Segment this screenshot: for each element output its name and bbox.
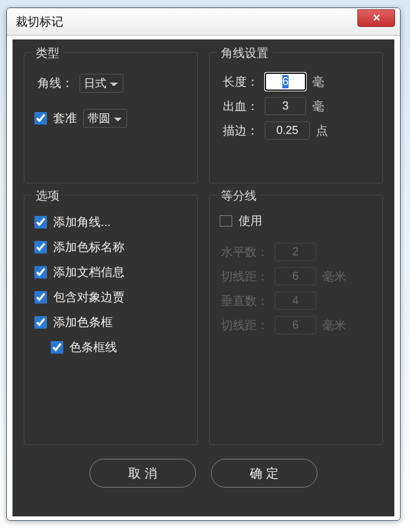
tangent2-unit: 毫米 bbox=[322, 317, 346, 334]
use-division-checkbox[interactable] bbox=[220, 215, 232, 227]
length-label: 长度： bbox=[220, 74, 259, 90]
register-checkbox[interactable] bbox=[34, 112, 47, 125]
opt-add-swatch-label: 添加色标名称 bbox=[53, 239, 125, 255]
tangent2-input bbox=[275, 316, 316, 334]
corner-style-select[interactable]: 日式 bbox=[79, 74, 123, 93]
corner-settings-title: 角线设置 bbox=[217, 45, 272, 61]
opt-colorbar-line-label: 色条框线 bbox=[69, 339, 117, 356]
vcount-label: 垂直数： bbox=[220, 293, 269, 309]
opt-add-corner-label: 添加角线... bbox=[53, 214, 111, 230]
cancel-button[interactable]: 取消 bbox=[90, 459, 196, 488]
division-panel-title: 等分线 bbox=[217, 188, 260, 204]
use-division-label: 使用 bbox=[238, 213, 262, 229]
button-row: 取消 确定 bbox=[24, 459, 383, 488]
title-bar[interactable]: 裁切标记 ✕ bbox=[7, 8, 400, 36]
opt-include-bbox-cb[interactable] bbox=[34, 291, 47, 304]
options-panel-title: 选项 bbox=[32, 188, 63, 204]
type-panel-title: 类型 bbox=[32, 45, 63, 61]
dialog-content: 类型 角线： 日式 套准 带圆 bbox=[13, 39, 394, 516]
corner-settings-panel: 角线设置 长度： 毫 出血： 毫 描边： 点 bbox=[209, 52, 383, 183]
register-style-select[interactable]: 带圆 bbox=[83, 109, 127, 128]
tangent2-label: 切线距： bbox=[220, 317, 269, 334]
opt-add-corner-cb[interactable] bbox=[34, 216, 47, 228]
hcount-input bbox=[275, 243, 316, 261]
register-label: 套准 bbox=[53, 110, 77, 126]
stroke-input[interactable] bbox=[265, 121, 310, 140]
opt-add-swatch-cb[interactable] bbox=[34, 241, 47, 253]
bleed-input[interactable] bbox=[265, 97, 306, 115]
bleed-unit: 毫 bbox=[312, 98, 324, 115]
ok-button[interactable]: 确定 bbox=[211, 459, 317, 488]
options-panel: 选项 添加角线... 添加色标名称 添加文档信息 bbox=[24, 195, 198, 445]
type-panel: 类型 角线： 日式 套准 带圆 bbox=[24, 52, 198, 183]
opt-colorbar-line-cb[interactable] bbox=[51, 341, 63, 354]
dialog-window: 裁切标记 ✕ 类型 角线： 日式 套准 bbox=[6, 8, 401, 521]
corner-label: 角线： bbox=[34, 75, 73, 91]
tangent1-unit: 毫米 bbox=[322, 269, 346, 285]
bleed-label: 出血： bbox=[220, 98, 259, 115]
length-input[interactable] bbox=[265, 73, 306, 91]
tangent1-input bbox=[275, 267, 316, 285]
opt-add-docinfo-cb[interactable] bbox=[34, 266, 47, 279]
hcount-label: 水平数： bbox=[220, 244, 269, 260]
close-button[interactable]: ✕ bbox=[357, 9, 395, 27]
stroke-label: 描边： bbox=[220, 123, 259, 139]
title-text: 裁切标记 bbox=[16, 14, 63, 30]
opt-add-colorbar-label: 添加色条框 bbox=[53, 314, 113, 330]
length-unit: 毫 bbox=[312, 74, 324, 90]
tangent1-label: 切线距： bbox=[220, 269, 269, 285]
opt-add-colorbar-cb[interactable] bbox=[34, 316, 47, 329]
vcount-input bbox=[275, 292, 316, 310]
division-panel: 等分线 使用 水平数： 切线距： 毫米 垂直数： bbox=[209, 195, 383, 445]
opt-add-docinfo-label: 添加文档信息 bbox=[53, 264, 125, 280]
close-icon: ✕ bbox=[372, 12, 381, 24]
opt-include-bbox-label: 包含对象边贾 bbox=[53, 289, 125, 305]
stroke-unit: 点 bbox=[316, 123, 328, 139]
